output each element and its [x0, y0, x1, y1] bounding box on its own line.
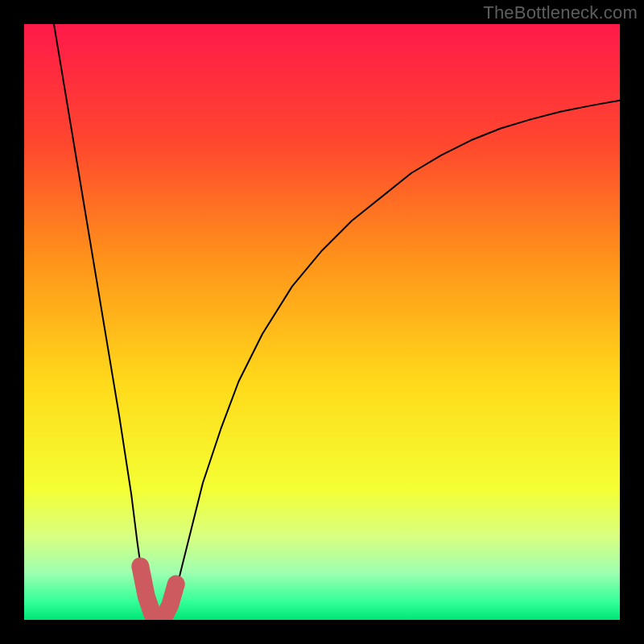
plot-area: [24, 24, 620, 620]
watermark-text: TheBottleneck.com: [483, 2, 638, 23]
chart-frame: TheBottleneck.com: [0, 0, 644, 644]
dip-highlight: [24, 24, 620, 620]
